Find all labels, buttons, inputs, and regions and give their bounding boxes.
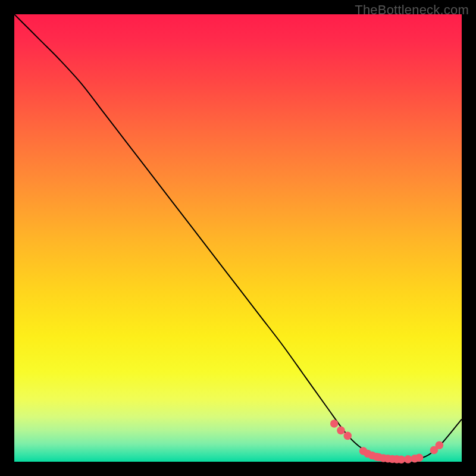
data-point: [436, 441, 444, 449]
curve-markers: [330, 419, 443, 464]
bottleneck-curve: [14, 14, 462, 460]
watermark-text: TheBottleneck.com: [355, 2, 469, 18]
data-point: [337, 427, 345, 435]
data-point: [415, 453, 424, 462]
plot-area: [14, 14, 462, 462]
data-point: [343, 432, 352, 440]
chart-svg: [14, 14, 462, 462]
data-point: [330, 419, 339, 428]
